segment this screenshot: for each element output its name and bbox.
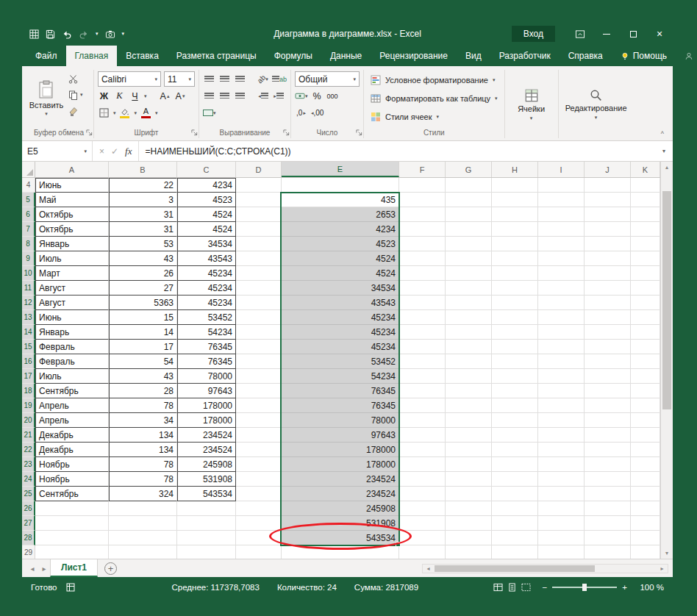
cell-D19[interactable]: [236, 398, 282, 413]
cell-E8[interactable]: 4523: [282, 237, 399, 251]
cell-B26[interactable]: [109, 501, 177, 516]
cell-B23[interactable]: 78: [109, 457, 177, 472]
cell-F5[interactable]: [399, 193, 446, 207]
cell-H15[interactable]: [492, 340, 538, 354]
cell-H8[interactable]: [492, 237, 538, 251]
italic-button[interactable]: К: [113, 89, 126, 103]
cell-E5[interactable]: 435: [282, 193, 399, 207]
cell-K10[interactable]: [631, 266, 660, 281]
decrease-decimal-button[interactable]: ◂,00: [310, 106, 324, 120]
cell-C18[interactable]: 97643: [177, 384, 236, 398]
cell-I19[interactable]: [538, 398, 585, 413]
cell-B19[interactable]: 78: [109, 398, 177, 413]
cell-H21[interactable]: [492, 428, 538, 443]
cell-A25[interactable]: Сентябрь: [35, 487, 109, 501]
normal-view-icon[interactable]: [493, 583, 503, 592]
row-header-23[interactable]: 23: [22, 457, 35, 472]
cell-D18[interactable]: [236, 384, 282, 398]
wrap-text-button[interactable]: ab: [272, 72, 287, 86]
cell-F7[interactable]: [399, 222, 446, 237]
cell-G14[interactable]: [446, 325, 492, 340]
cell-G7[interactable]: [446, 222, 492, 237]
cell-H13[interactable]: [492, 310, 538, 325]
cell-F12[interactable]: [399, 296, 446, 310]
cell-I6[interactable]: [538, 207, 585, 222]
paste-dropdown-icon[interactable]: ▾: [45, 111, 48, 117]
row-header-20[interactable]: 20: [22, 413, 35, 428]
cell-K20[interactable]: [631, 413, 660, 428]
cell-C28[interactable]: [177, 531, 236, 545]
save-icon[interactable]: [46, 29, 55, 39]
cell-A5[interactable]: Май: [35, 193, 109, 207]
cell-C22[interactable]: 234524: [177, 443, 236, 457]
cell-E13[interactable]: 45234: [282, 310, 399, 325]
cell-B10[interactable]: 26: [109, 266, 177, 281]
cell-E22[interactable]: 178000: [282, 443, 399, 457]
zoom-in-button[interactable]: +: [622, 583, 627, 592]
cell-F4[interactable]: [399, 178, 446, 193]
cell-H6[interactable]: [492, 207, 538, 222]
name-box[interactable]: E5 ▾: [22, 141, 93, 161]
column-header-C[interactable]: C: [177, 162, 236, 177]
fill-color-dropdown-icon[interactable]: ▾: [134, 110, 137, 116]
cell-K12[interactable]: [631, 296, 660, 310]
cell-D21[interactable]: [236, 428, 282, 443]
cell-E11[interactable]: 34534: [282, 281, 399, 296]
cell-H29[interactable]: [492, 545, 538, 559]
cell-B7[interactable]: 31: [109, 222, 177, 237]
increase-indent-button[interactable]: ▸: [272, 89, 285, 103]
column-header-D[interactable]: D: [236, 162, 282, 177]
vertical-scrollbar[interactable]: ▴ ▾: [660, 162, 673, 559]
cell-A26[interactable]: [35, 501, 109, 516]
cell-B25[interactable]: 324: [109, 487, 177, 501]
cell-H9[interactable]: [492, 251, 538, 266]
cell-G16[interactable]: [446, 354, 492, 369]
font-color-button[interactable]: А: [140, 106, 152, 120]
cell-E19[interactable]: 76345: [282, 398, 399, 413]
fill-color-button[interactable]: [118, 106, 131, 120]
align-top-button[interactable]: [203, 72, 215, 86]
tab-home[interactable]: Главная: [66, 46, 118, 66]
row-header-12[interactable]: 12: [22, 296, 35, 310]
cell-A23[interactable]: Ноябрь: [35, 457, 109, 472]
formula-input[interactable]: =НАИМЕНЬШИЙ(C:C;СТРОКА(C1)): [139, 141, 655, 161]
cell-D25[interactable]: [236, 487, 282, 501]
tab-developer[interactable]: Разработчик: [490, 46, 560, 66]
sign-in-button[interactable]: Вход: [512, 26, 555, 42]
cell-D24[interactable]: [236, 472, 282, 487]
cell-K27[interactable]: [631, 516, 660, 531]
fill-handle[interactable]: [396, 542, 401, 547]
cell-C20[interactable]: 178000: [177, 413, 236, 428]
vertical-scroll-thumb[interactable]: [662, 191, 671, 409]
cell-H5[interactable]: [492, 193, 538, 207]
format-painter-button[interactable]: [67, 104, 85, 118]
column-header-E[interactable]: E: [282, 162, 399, 177]
cell-I7[interactable]: [538, 222, 585, 237]
cell-F9[interactable]: [399, 251, 446, 266]
increase-decimal-button[interactable]: ,0▸: [295, 106, 307, 120]
cell-I20[interactable]: [538, 413, 585, 428]
cell-J23[interactable]: [585, 457, 631, 472]
cell-K19[interactable]: [631, 398, 660, 413]
cell-K9[interactable]: [631, 251, 660, 266]
cell-G19[interactable]: [446, 398, 492, 413]
tab-page-layout[interactable]: Разметка страницы: [168, 46, 265, 66]
cell-K8[interactable]: [631, 237, 660, 251]
cell-J16[interactable]: [585, 354, 631, 369]
cell-E23[interactable]: 178000: [282, 457, 399, 472]
cell-C17[interactable]: 78000: [177, 369, 236, 384]
cell-H7[interactable]: [492, 222, 538, 237]
cell-A15[interactable]: Февраль: [35, 340, 109, 354]
cell-F22[interactable]: [399, 443, 446, 457]
row-header-28[interactable]: 28: [22, 531, 35, 545]
cell-E24[interactable]: 234524: [282, 472, 399, 487]
cell-B24[interactable]: 78: [109, 472, 177, 487]
cell-F15[interactable]: [399, 340, 446, 354]
cell-A4[interactable]: Июнь: [35, 178, 109, 193]
cell-G27[interactable]: [446, 516, 492, 531]
confirm-entry-icon[interactable]: ✓: [111, 146, 118, 157]
align-center-button[interactable]: [218, 89, 231, 103]
camera-icon[interactable]: [105, 29, 115, 39]
number-dialog-launcher-icon[interactable]: [356, 129, 362, 136]
cell-I18[interactable]: [538, 384, 585, 398]
